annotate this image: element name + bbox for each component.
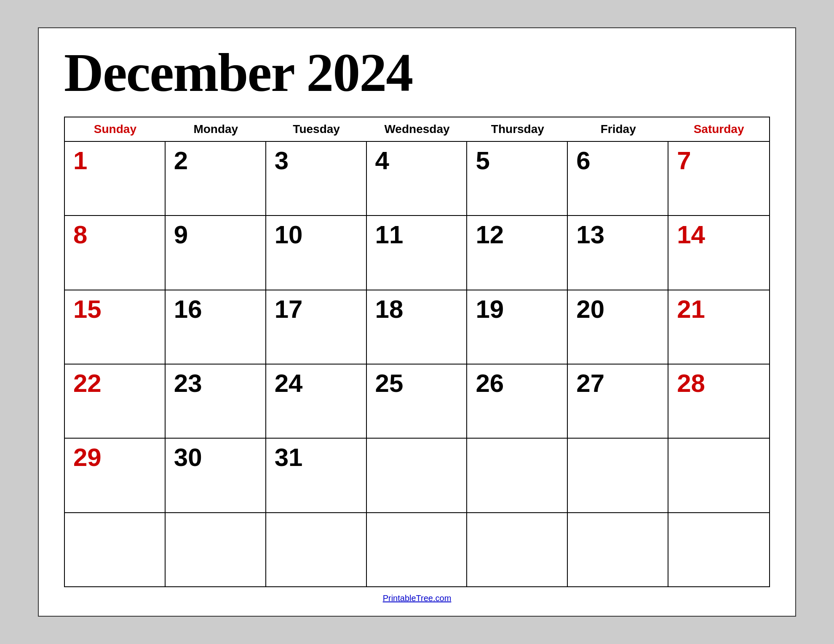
day-number-6: 6 xyxy=(576,148,590,173)
day-number-30: 30 xyxy=(174,445,202,470)
calendar-cell: 31 xyxy=(266,439,367,512)
calendar-cell xyxy=(467,439,568,512)
calendar-cell: 4 xyxy=(367,142,468,215)
day-number-24: 24 xyxy=(275,371,303,396)
calendar-row-6 xyxy=(65,513,769,586)
calendar-cell xyxy=(166,513,266,586)
day-number-27: 27 xyxy=(576,371,604,396)
day-number-22: 22 xyxy=(73,371,102,396)
day-number-20: 20 xyxy=(576,297,604,322)
day-number-15: 15 xyxy=(73,297,102,322)
calendar-cell: 9 xyxy=(166,216,266,289)
calendar-cell: 20 xyxy=(568,290,668,364)
calendar-row-5: 293031 xyxy=(65,439,769,513)
day-number-12: 12 xyxy=(476,222,504,247)
calendar-cell xyxy=(367,439,468,512)
calendar-cell: 1 xyxy=(65,142,166,215)
day-number-16: 16 xyxy=(174,297,202,322)
calendar-cell: 3 xyxy=(266,142,367,215)
calendar-cell xyxy=(367,513,468,586)
calendar-cell: 8 xyxy=(65,216,166,289)
calendar-cell: 14 xyxy=(668,216,769,289)
day-header-monday: Monday xyxy=(166,117,266,141)
calendar-cell xyxy=(668,513,769,586)
calendar-row-4: 22232425262728 xyxy=(65,365,769,439)
calendar-row-2: 891011121314 xyxy=(65,216,769,290)
calendar-cell xyxy=(568,439,668,512)
calendar-cell: 30 xyxy=(166,439,266,512)
calendar-cell: 16 xyxy=(166,290,266,364)
calendar-cell xyxy=(266,513,367,586)
calendar-cell xyxy=(65,513,166,586)
calendar-cell: 22 xyxy=(65,365,166,438)
calendar-cell: 15 xyxy=(65,290,166,364)
calendar-cell: 17 xyxy=(266,290,367,364)
day-number-31: 31 xyxy=(275,445,303,470)
calendar-cell: 21 xyxy=(668,290,769,364)
day-header-friday: Friday xyxy=(568,117,668,141)
calendar-grid: SundayMondayTuesdayWednesdayThursdayFrid… xyxy=(64,117,770,587)
day-number-29: 29 xyxy=(73,445,102,470)
day-number-5: 5 xyxy=(476,148,489,173)
calendar-cell: 12 xyxy=(467,216,568,289)
calendar-cell: 6 xyxy=(568,142,668,215)
day-number-11: 11 xyxy=(375,222,404,247)
day-number-8: 8 xyxy=(73,222,87,247)
day-header-wednesday: Wednesday xyxy=(367,117,468,141)
day-number-26: 26 xyxy=(476,371,504,396)
calendar-cell: 10 xyxy=(266,216,367,289)
calendar-cell: 24 xyxy=(266,365,367,438)
calendar-cell: 18 xyxy=(367,290,468,364)
footer-link[interactable]: PrintableTree.com xyxy=(383,593,452,603)
calendar-cell xyxy=(568,513,668,586)
day-number-7: 7 xyxy=(677,148,691,173)
day-number-28: 28 xyxy=(677,371,705,396)
calendar-cell: 2 xyxy=(166,142,266,215)
calendar-cell: 23 xyxy=(166,365,266,438)
calendar-cell: 5 xyxy=(467,142,568,215)
calendar-cell: 25 xyxy=(367,365,468,438)
day-number-19: 19 xyxy=(476,297,504,322)
calendar-cell: 27 xyxy=(568,365,668,438)
day-number-25: 25 xyxy=(375,371,404,396)
calendar-cell: 19 xyxy=(467,290,568,364)
calendar-row-1: 1234567 xyxy=(65,142,769,216)
calendar-title: December 2024 xyxy=(64,45,770,100)
day-number-17: 17 xyxy=(275,297,303,322)
day-headers: SundayMondayTuesdayWednesdayThursdayFrid… xyxy=(65,117,769,142)
calendar-rows: 1234567891011121314151617181920212223242… xyxy=(65,142,769,586)
footer: PrintableTree.com xyxy=(64,587,770,603)
day-number-10: 10 xyxy=(275,222,303,247)
day-header-thursday: Thursday xyxy=(467,117,568,141)
day-number-1: 1 xyxy=(73,148,87,173)
day-number-21: 21 xyxy=(677,297,705,322)
day-header-sunday: Sunday xyxy=(65,117,166,141)
calendar-row-3: 15161718192021 xyxy=(65,290,769,365)
day-number-23: 23 xyxy=(174,371,202,396)
calendar-cell xyxy=(467,513,568,586)
calendar-cell xyxy=(668,439,769,512)
calendar-cell: 7 xyxy=(668,142,769,215)
calendar-cell: 28 xyxy=(668,365,769,438)
day-number-4: 4 xyxy=(375,148,389,173)
day-number-14: 14 xyxy=(677,222,705,247)
day-number-13: 13 xyxy=(576,222,604,247)
day-header-saturday: Saturday xyxy=(668,117,769,141)
calendar-cell: 13 xyxy=(568,216,668,289)
calendar-page: December 2024 SundayMondayTuesdayWednesd… xyxy=(38,27,796,617)
calendar-cell: 26 xyxy=(467,365,568,438)
day-number-9: 9 xyxy=(174,222,188,247)
day-number-3: 3 xyxy=(275,148,289,173)
day-header-tuesday: Tuesday xyxy=(266,117,367,141)
day-number-18: 18 xyxy=(375,297,404,322)
calendar-cell: 11 xyxy=(367,216,468,289)
calendar-cell: 29 xyxy=(65,439,166,512)
day-number-2: 2 xyxy=(174,148,188,173)
